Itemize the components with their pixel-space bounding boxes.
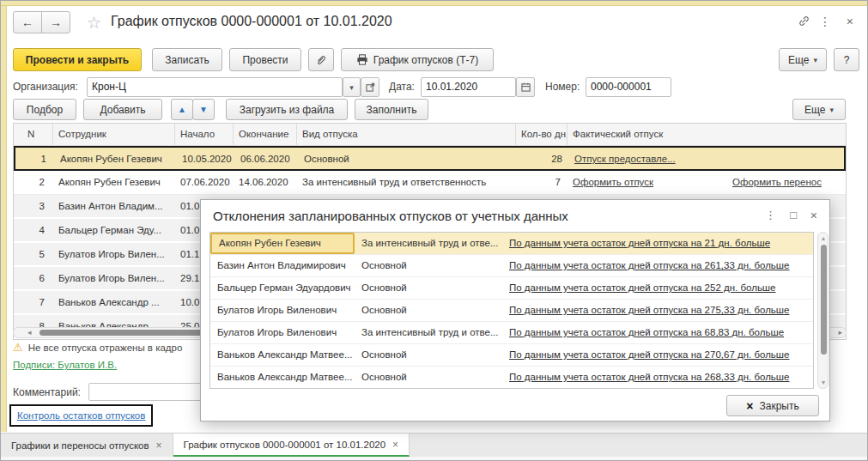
transfer-vacation-link[interactable]: Оформить перенос xyxy=(732,177,822,187)
header-number[interactable]: N xyxy=(14,124,53,145)
dialog-close-icon[interactable]: × xyxy=(810,209,817,222)
header-start[interactable]: Начало xyxy=(175,124,234,145)
vacation-balance-control-link[interactable]: Контроль остатков отпусков xyxy=(9,404,153,427)
print-t7-label: График отпусков (Т-7) xyxy=(373,54,478,66)
deviation-details-link[interactable]: По данным учета остаток дней отпуска на … xyxy=(509,372,789,382)
date-calendar-button[interactable] xyxy=(516,77,535,97)
add-button[interactable]: Добавить xyxy=(83,99,162,120)
window-close-icon[interactable]: × xyxy=(847,15,853,28)
bottom-tab-bar: Графики и переносы отпусков × График отп… xyxy=(1,433,867,457)
favorite-star-icon[interactable]: ☆ xyxy=(87,13,101,33)
header-days[interactable]: Кол-во дн. xyxy=(516,124,568,145)
deviations-dialog: Отклонения запланированных отпусков от у… xyxy=(200,199,830,422)
deviation-details-link[interactable]: По данным учета остаток дней отпуска на … xyxy=(509,305,789,315)
organization-open-button[interactable] xyxy=(361,77,379,97)
deviation-row[interactable]: Булатов Игорь ВиленовичЗа интенсивный тр… xyxy=(210,322,813,344)
cell-employee: Базин Антон Владим... xyxy=(53,195,175,217)
cell-deviation-message: По данным учета остаток дней отпуска на … xyxy=(502,322,813,343)
post-and-close-button[interactable]: Провести и закрыть xyxy=(13,48,142,71)
table-header: N Сотрудник Начало Окончание Вид отпуска… xyxy=(14,124,846,146)
post-button[interactable]: Провести xyxy=(229,48,301,71)
header-employee[interactable]: Сотрудник xyxy=(53,124,175,145)
bottom-filler xyxy=(1,457,867,461)
cell-transfer-action xyxy=(729,148,844,169)
header-end[interactable]: Окончание xyxy=(234,124,297,145)
deviation-details-link[interactable]: По данным учета остаток дней отпуска на … xyxy=(509,349,789,360)
write-button[interactable]: Записать xyxy=(152,48,222,71)
scrollbar-thumb[interactable] xyxy=(821,245,827,355)
actual-vacation-link[interactable]: Оформить отпуск xyxy=(573,177,653,187)
cell-number: 4 xyxy=(14,219,53,241)
tab-close-icon[interactable]: × xyxy=(156,440,162,452)
deviation-details-link[interactable]: По данным учета остаток дней отпуска на … xyxy=(509,327,784,337)
printer-icon xyxy=(356,54,368,65)
close-button-label: Закрыть xyxy=(759,400,798,412)
warning-icon: ⚠ xyxy=(13,341,23,354)
attachments-button[interactable] xyxy=(308,48,334,71)
comment-label: Комментарий: xyxy=(13,386,81,398)
dialog-title: Отклонения запланированных отпусков от у… xyxy=(213,209,568,223)
date-field[interactable]: 10.01.2020 xyxy=(421,77,516,97)
number-field[interactable]: 0000-000001 xyxy=(586,77,671,97)
scroll-left-icon[interactable]: ◂ xyxy=(27,328,32,337)
dialog-close-button[interactable]: × Закрыть xyxy=(726,395,819,416)
move-up-button[interactable]: ▲ xyxy=(171,99,193,120)
cell-end-date: 06.06.2020 xyxy=(235,148,299,169)
date-label: Дата: xyxy=(389,81,415,93)
table-row[interactable]: 1Акопян Рубен Гезевич10.05.202006.06.202… xyxy=(14,146,846,171)
cell-vacation-type: Основной xyxy=(299,148,518,169)
scroll-down-icon[interactable]: ▾ xyxy=(819,379,828,386)
help-button[interactable]: ? xyxy=(834,48,859,71)
deviation-details-link[interactable]: По данным учета остаток дней отпуска на … xyxy=(509,282,776,293)
deviation-row[interactable]: Бальцер Герман ЭдуардовичОсновнойПо данн… xyxy=(210,277,813,300)
pick-button[interactable]: Подбор xyxy=(13,99,76,120)
print-t7-button[interactable]: График отпусков (Т-7) xyxy=(341,48,494,71)
forward-button[interactable]: → xyxy=(41,11,70,33)
window-menu-icon[interactable]: ⋮ xyxy=(819,15,831,28)
header-actual[interactable]: Фактический отпуск xyxy=(568,124,846,145)
cell-vacation-type: За интенсивный труд и отве... xyxy=(355,233,502,254)
cell-deviation-message: По данным учета остаток дней отпуска на … xyxy=(502,233,813,254)
deviation-details-link[interactable]: По данным учета остаток дней отпуска на … xyxy=(509,238,770,248)
control-link-label: Контроль остатков отпусков xyxy=(17,410,145,421)
get-link-icon[interactable] xyxy=(798,15,810,30)
fill-button[interactable]: Заполнить xyxy=(355,99,428,120)
more-button-commands[interactable]: Еще▾ xyxy=(792,99,846,120)
deviation-row[interactable]: Акопян Рубен ГезевичЗа интенсивный труд … xyxy=(210,233,813,255)
deviations-table: Акопян Рубен ГезевичЗа интенсивный труд … xyxy=(209,232,814,389)
deviation-row[interactable]: Булатов Игорь ВиленовичОсновнойПо данным… xyxy=(210,300,813,322)
deviation-row[interactable]: Ваньков Александр Матвее...ОсновнойПо да… xyxy=(210,367,813,389)
cell-employee: Акопян Рубен Гезевич xyxy=(210,233,355,254)
table-row[interactable]: 2Акопян Рубен Гезевич07.06.202014.06.202… xyxy=(14,171,846,195)
more-button-top[interactable]: Еще▾ xyxy=(779,48,827,71)
cell-number: 1 xyxy=(15,148,55,169)
dialog-maximize-icon[interactable]: □ xyxy=(790,209,797,221)
actual-vacation-link[interactable]: Отпуск предоставле... xyxy=(574,154,676,164)
cell-start-date: 10.05.2020 xyxy=(177,148,235,169)
scroll-right-icon[interactable]: ▸ xyxy=(838,328,842,337)
tab-vacation-schedule-document[interactable]: График отпусков 0000-000001 от 10.01.202… xyxy=(173,434,410,457)
deviation-row[interactable]: Ваньков Александр Матвее...ОсновнойПо да… xyxy=(210,344,813,367)
deviation-details-link[interactable]: По данным учета остаток дней отпуска на … xyxy=(509,260,789,270)
scroll-up-icon[interactable]: ▴ xyxy=(819,234,828,242)
move-down-button[interactable]: ▼ xyxy=(192,99,215,120)
arrow-down-icon: ▼ xyxy=(199,105,208,114)
organization-dropdown-button[interactable]: ▾ xyxy=(343,77,361,97)
cell-days-count: 28 xyxy=(518,148,569,169)
chevron-down-icon: ▾ xyxy=(813,56,817,64)
organization-field[interactable]: Крон-Ц xyxy=(87,77,343,97)
back-button[interactable]: ← xyxy=(13,11,42,33)
dialog-menu-icon[interactable]: ⋮ xyxy=(765,209,776,221)
dialog-vertical-scrollbar[interactable]: ▴ ▾ xyxy=(817,232,829,389)
load-from-file-button[interactable]: Загрузить из файла xyxy=(226,99,348,120)
signatures-link[interactable]: Подписи: Булатов И.В. xyxy=(13,360,117,370)
cell-employee: Ваньков Александр Матвее... xyxy=(210,367,355,388)
deviation-row[interactable]: Базин Антон ВладимировичОсновнойПо данны… xyxy=(210,255,813,277)
cell-start-date: 07.06.2020 xyxy=(175,171,234,194)
cell-number: 5 xyxy=(14,243,53,265)
cell-employee: Базин Антон Владимирович xyxy=(210,255,355,276)
tab-close-icon[interactable]: × xyxy=(392,439,398,451)
header-type[interactable]: Вид отпуска xyxy=(297,124,516,145)
top-accent-strip xyxy=(1,1,867,6)
tab-vacation-schedules-list[interactable]: Графики и переносы отпусков × xyxy=(1,434,173,457)
